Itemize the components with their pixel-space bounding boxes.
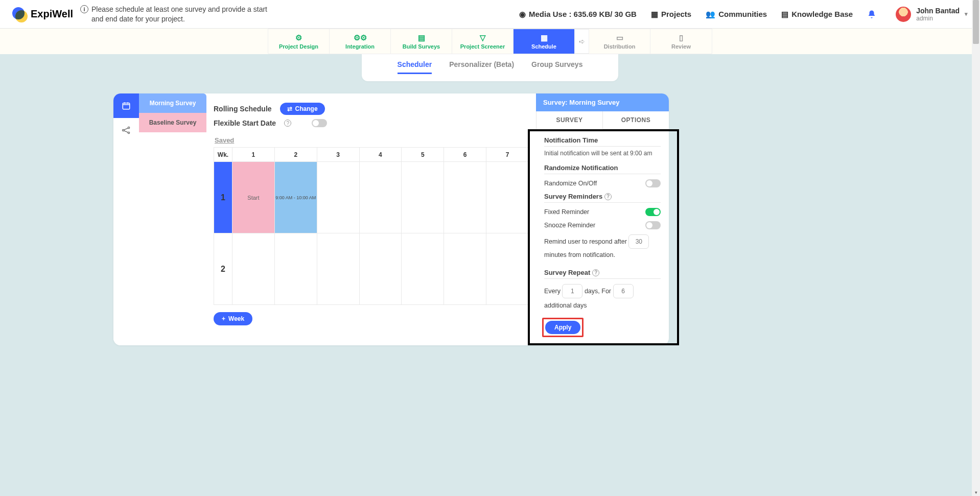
vertical-scrollbar[interactable]: ▴ ▾ [972,0,980,496]
cell-2-1[interactable] [232,233,275,305]
panel-header-name: Morning Survey [569,99,619,106]
media-use-text: Media Use : 635.69 KB/ 30 GB [529,10,637,18]
cell-2-5[interactable] [402,233,444,305]
nav-projects-label: Projects [661,10,691,18]
tab-distribution[interactable]: ▭Distribution [589,29,650,54]
help-icon[interactable]: ? [604,193,612,200]
reminders-title-text: Survey Reminders [544,193,602,200]
cell-1-3[interactable] [317,162,359,233]
notification-time-title: Notification Time [544,136,661,147]
brand-name: ExpiWell [31,8,73,20]
remind-minutes-input[interactable] [628,234,649,249]
schedule-calendar: Wk. 1 2 3 4 5 6 7 1 Start 9:00 AM - 10:0… [214,147,529,305]
bell-icon [867,10,876,19]
play-circle-icon: ◉ [519,10,526,19]
plus-icon: + [222,315,225,322]
every-label: Every [544,288,561,295]
scheduler-card: Morning Survey Baseline Survey Rolling S… [113,93,669,345]
cell-1-1[interactable]: Start [232,162,275,233]
add-week-button[interactable]: + Week [214,312,252,325]
snooze-reminder-toggle[interactable] [645,221,661,229]
tab-integration[interactable]: ⚙⚙Integration [330,29,391,54]
document-icon: ▤ [418,33,425,42]
tab-project-screener[interactable]: ▽Project Screener [452,29,514,54]
schedule-center: Rolling Schedule ⇄ Change Flexible Start… [206,93,536,345]
survey-item-baseline[interactable]: Baseline Survey [139,113,206,132]
remind-post: minutes from notification. [544,251,615,258]
col-1: 1 [232,148,275,162]
randomize-title: Randomize Notification [544,164,661,174]
randomize-toggle[interactable] [645,179,661,187]
nav-knowledge-base[interactable]: ▤ Knowledge Base [781,10,853,19]
cell-1-2[interactable]: 9:00 AM - 10:00 AM [274,162,317,233]
calendar-icon [122,101,131,110]
rolling-schedule-label: Rolling Schedule [214,105,272,113]
tab-label: Integration [345,43,375,50]
every-days-input[interactable] [562,284,582,298]
survey-item-morning[interactable]: Morning Survey [139,93,206,113]
nav-projects[interactable]: ▦ Projects [651,10,691,19]
tab-label: Project Screener [460,43,505,50]
next-step-arrow[interactable]: ➪ [575,29,589,54]
user-cog-icon: ⚙ [295,33,302,42]
clipboard-icon: ▯ [679,33,683,42]
time-range-label: 9:00 AM - 10:00 AM [275,195,316,200]
tab-survey[interactable]: SURVEY [536,111,603,129]
avatar [896,7,911,22]
panel-header: Survey: Morning Survey [536,93,669,111]
nav-kb-label: Knowledge Base [791,10,853,18]
cell-2-7[interactable] [486,233,529,305]
morning-block[interactable]: 9:00 AM - 10:00 AM [275,162,317,233]
tab-label: Distribution [604,43,636,50]
user-menu[interactable]: John Bantad admin ▾ [896,7,968,22]
tab-build-surveys[interactable]: ▤Build Surveys [391,29,452,54]
for-days-input[interactable] [613,284,634,298]
survey-list: Morning Survey Baseline Survey [139,93,206,345]
subnav-personalizer[interactable]: Personalizer (Beta) [449,60,514,74]
help-icon[interactable]: ? [592,269,599,276]
snooze-reminder-label: Snooze Reminder [544,222,595,229]
schedule-subnav: Scheduler Personalizer (Beta) Group Surv… [362,54,619,81]
cell-2-6[interactable] [444,233,486,305]
tab-project-design[interactable]: ⚙Project Design [268,29,330,54]
add-week-label: Week [228,315,244,322]
gears-icon: ⚙⚙ [354,33,367,42]
change-schedule-button[interactable]: ⇄ Change [280,103,325,115]
subnav-scheduler[interactable]: Scheduler [398,60,432,74]
left-rail [113,93,139,345]
sliders-icon: ⇄ [287,105,292,112]
scroll-thumb[interactable] [973,0,979,44]
baseline-block[interactable]: Start [232,162,274,233]
media-use[interactable]: ◉ Media Use : 635.69 KB/ 30 GB [519,10,637,19]
panel-body-highlighted: Notification Time Initial notification w… [528,129,679,345]
cell-2-4[interactable] [359,233,402,305]
row-1[interactable]: 1 [214,162,232,233]
help-icon[interactable]: ? [284,120,291,127]
apply-highlight: Apply [542,318,584,337]
rail-calendar-button[interactable] [113,93,139,118]
nav-communities[interactable]: 👥 Communities [706,10,767,19]
row-2[interactable]: 2 [214,233,232,305]
subnav-group-surveys[interactable]: Group Surveys [531,60,582,74]
cell-2-2[interactable] [274,233,317,305]
cell-2-3[interactable] [317,233,359,305]
remind-pre: Remind user to respond after [544,238,627,245]
tab-options[interactable]: OPTIONS [603,111,669,129]
apply-button[interactable]: Apply [545,321,580,334]
scroll-down-icon[interactable]: ▾ [972,489,980,496]
brand-logo[interactable]: ExpiWell [12,7,73,21]
cell-1-4[interactable] [359,162,402,233]
notifications-button[interactable] [867,10,876,19]
tab-review[interactable]: ▯Review [650,29,712,54]
cell-1-7[interactable] [486,162,529,233]
cell-1-5[interactable] [402,162,444,233]
fixed-reminder-toggle[interactable] [645,208,661,216]
header-notice-text: Please schedule at least one survey and … [91,5,274,23]
tab-schedule[interactable]: ▦Schedule [514,29,575,54]
flexible-start-toggle[interactable] [312,119,327,127]
flexible-start-label: Flexible Start Date [214,119,276,127]
grid-icon: ▦ [651,10,658,19]
cell-1-6[interactable] [444,162,486,233]
rail-graph-button[interactable] [113,118,139,143]
svg-point-1 [123,129,124,131]
